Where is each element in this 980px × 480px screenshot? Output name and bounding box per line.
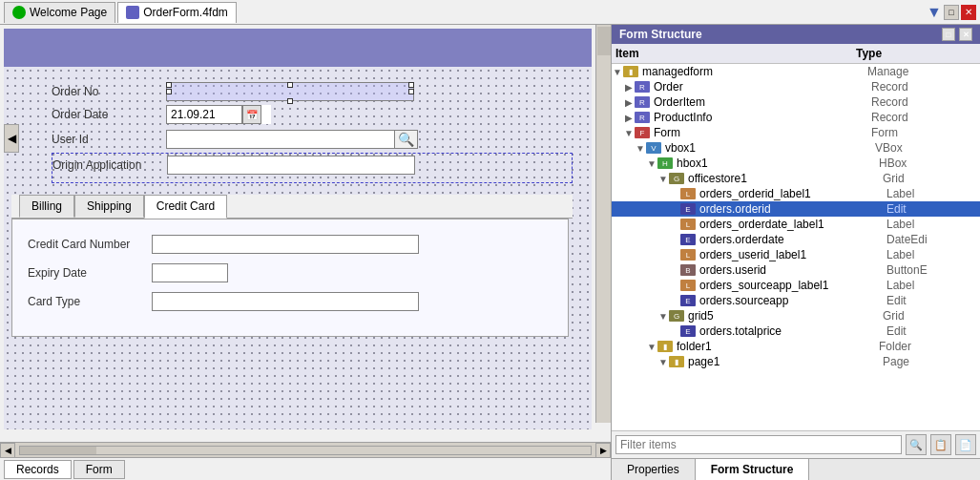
left-nav-arrow[interactable]: ◀ [4, 124, 19, 153]
search-button[interactable]: 🔍 [395, 130, 418, 149]
horiz-scrollbar[interactable]: ◀ ▶ [0, 442, 611, 457]
tree-item[interactable]: ▼ H hbox1 HBox [612, 156, 980, 171]
tree-item[interactable]: ▼ ▮ page1 Page [612, 354, 980, 369]
horiz-scroll-track[interactable] [19, 446, 592, 455]
billing-tab[interactable]: Billing [19, 195, 74, 218]
tree-item[interactable]: ▼ G officestore1 Grid [612, 171, 980, 186]
close-button[interactable]: ✕ [961, 5, 976, 20]
user-id-label: User Id [52, 133, 166, 146]
welcome-tab-label: Welcome Page [30, 6, 107, 19]
tree-item-name: hbox1 [675, 157, 879, 170]
tree-item[interactable]: L orders_userid_label1 Label [612, 247, 980, 262]
tree-toggle[interactable]: ▶ [623, 82, 635, 93]
cc-number-row: Credit Card Number [28, 235, 553, 254]
welcome-tab[interactable]: Welcome Page [4, 2, 115, 23]
tree-item-name: orders.totalprice [698, 324, 886, 338]
tree-header: Item Type [612, 44, 980, 64]
vertical-scrollbar[interactable] [595, 25, 611, 423]
tree-item[interactable]: L orders_sourceapp_label1 Label [612, 278, 980, 293]
tree-item[interactable]: ▶ R ProductInfo Record [612, 110, 980, 125]
scroll-left-btn[interactable]: ◀ [0, 443, 15, 458]
sub-tab-bar: Billing Shipping Credit Card [11, 195, 573, 219]
tree-item-icon: R [635, 81, 650, 93]
scroll-thumb[interactable] [597, 27, 611, 55]
tree-toggle[interactable]: ▼ [612, 67, 623, 77]
origin-app-input[interactable] [167, 156, 415, 175]
editor-scroll: ◀ Order No [0, 25, 611, 442]
tree-item-icon: G [669, 173, 684, 184]
close-panel-btn[interactable]: ✕ [959, 28, 972, 41]
orderform-tab[interactable]: OrderForm.4fdm [117, 2, 237, 23]
filter-copy-btn[interactable]: 📋 [930, 434, 951, 455]
tree-item-name: orders_orderdate_label1 [698, 218, 886, 231]
tree-item[interactable]: ▼ G grid5 Grid [612, 308, 980, 323]
tree-item[interactable]: ▼ V vbox1 VBox [612, 140, 980, 156]
tree-toggle[interactable]: ▼ [623, 128, 635, 138]
records-tab[interactable]: Records [4, 460, 72, 479]
tree-item-icon: ▮ [657, 341, 673, 352]
tree-toggle[interactable]: ▼ [646, 158, 657, 169]
tree-toggle[interactable]: ▼ [657, 311, 669, 322]
tree-toggle[interactable]: ▼ [657, 357, 669, 367]
top-tab-bar: Welcome Page OrderForm.4fdm ▼ □ ✕ [0, 0, 980, 25]
restore-button[interactable]: □ [944, 5, 959, 20]
filter-input[interactable] [615, 435, 902, 454]
filter-search-btn[interactable]: 🔍 [906, 434, 927, 455]
properties-tab[interactable]: Properties [612, 459, 696, 480]
card-type-input[interactable] [152, 292, 419, 311]
tree-item[interactable]: ▶ R Order Record [612, 79, 980, 94]
tree-item[interactable]: E orders.totalprice Edit [612, 323, 980, 339]
tree-toggle[interactable]: ▼ [657, 174, 669, 184]
tree-item[interactable]: L orders_orderid_label1 Label [612, 186, 980, 201]
tree-item-name: orders_userid_label1 [698, 248, 886, 261]
panel-title-buttons: □ ✕ [942, 28, 972, 41]
origin-app-row: Origin Application [52, 156, 572, 175]
panel-title-label: Form Structure [619, 28, 702, 41]
tree-item[interactable]: ▼ ▮ folder1 Folder [612, 339, 980, 354]
tree-item-icon: G [669, 310, 684, 322]
tree-toggle[interactable]: ▼ [646, 342, 657, 352]
tree-item-name: orders_sourceapp_label1 [698, 279, 886, 292]
tree-item-type: Folder [879, 340, 980, 353]
user-id-input[interactable] [166, 130, 395, 149]
tree-item[interactable]: ▶ R OrderItem Record [612, 94, 980, 110]
restore-panel-btn[interactable]: □ [942, 28, 955, 41]
tree-toggle[interactable]: ▼ [635, 143, 646, 154]
date-value[interactable]: 21.09.21 [166, 105, 242, 124]
tree-item-name: Form [652, 126, 871, 139]
tree-item-type: HBox [879, 157, 980, 170]
form-tab[interactable]: Form [73, 460, 125, 479]
tree-item[interactable]: E orders.orderdate DateEdi [612, 232, 980, 247]
tree-item[interactable]: ▼ F Form Form [612, 125, 980, 140]
shipping-tab[interactable]: Shipping [74, 195, 144, 218]
credit-card-tab[interactable]: Credit Card [144, 195, 227, 219]
tree-container[interactable]: ▼ ▮ managedform Manage ▶ R Order Record … [612, 64, 980, 430]
date-picker-button[interactable]: 📅 [242, 105, 261, 124]
horiz-scroll-thumb[interactable] [20, 447, 96, 454]
tree-item[interactable]: B orders.userid ButtonE [612, 262, 980, 278]
expiry-input[interactable] [152, 263, 228, 282]
tree-item-type: Record [871, 80, 980, 94]
user-id-field: 🔍 [166, 130, 418, 149]
tree-item[interactable]: ▼ ▮ managedform Manage [612, 64, 980, 79]
dropdown-arrow[interactable]: ▼ [927, 5, 942, 20]
scroll-right-btn[interactable]: ▶ [595, 443, 611, 458]
tree-toggle[interactable]: ▶ [623, 113, 635, 123]
origin-app-label: Origin Application [52, 158, 167, 172]
orderform-tab-label: OrderForm.4fdm [143, 6, 228, 19]
form-structure-tab[interactable]: Form Structure [696, 459, 810, 480]
tree-toggle[interactable]: ▶ [623, 97, 635, 108]
tree-item-type: Label [886, 187, 980, 200]
tree-item[interactable]: L orders_orderdate_label1 Label [612, 217, 980, 232]
cc-number-input[interactable] [152, 235, 419, 254]
tree-item-name: ProductInfo [652, 111, 871, 124]
tree-item[interactable]: E orders.sourceapp Edit [612, 293, 980, 308]
filter-bar: 🔍 📋 📄 [612, 430, 980, 458]
filter-paste-btn[interactable]: 📄 [955, 434, 976, 455]
header-type: Type [856, 47, 976, 60]
tree-item-icon: R [635, 96, 650, 108]
order-date-input[interactable]: 21.09.21 📅 [166, 105, 271, 124]
tree-item[interactable]: E orders.orderid Edit [612, 201, 980, 217]
tree-item-name: managedform [640, 65, 867, 78]
tree-item-icon: H [657, 157, 673, 169]
